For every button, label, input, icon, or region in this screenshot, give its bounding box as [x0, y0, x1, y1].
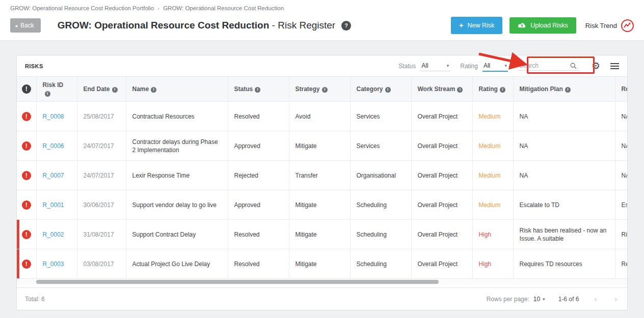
column-header-mitigation-plan[interactable]: Mitigation Plani [513, 77, 615, 102]
end-date-cell: 25/08/2017 [77, 102, 126, 131]
risk-id-link[interactable]: R_0002 [43, 231, 64, 238]
strategy-cell: Avoid [289, 102, 350, 131]
column-header-alert: ! [17, 77, 36, 102]
column-header-end-date[interactable]: End Datei [77, 77, 126, 102]
horizontal-scrollbar [17, 279, 627, 285]
table-header-row: ! Risk IDi End Datei Namei Statusi Strat… [17, 77, 627, 102]
search-input[interactable] [519, 62, 570, 69]
column-header-response[interactable]: Res [615, 77, 627, 102]
alert-icon: ! [22, 259, 31, 269]
menu-icon[interactable] [610, 62, 619, 71]
new-risk-button[interactable]: + New Risk [451, 17, 502, 34]
name-cell: Lexir Response Time [126, 161, 228, 190]
chevron-down-icon: ▾ [543, 297, 545, 302]
alert-icon: ! [22, 230, 31, 239]
total-count: Total: 6 [25, 296, 45, 303]
work-stream-cell: Overall Project [411, 161, 472, 190]
strategy-cell: Mitigate [289, 249, 350, 279]
status-cell: Approved [228, 190, 289, 220]
panel-title: RISKS [25, 63, 43, 69]
risk-id-link[interactable]: R_0007 [43, 172, 64, 179]
table-row[interactable]: ! R_0001 30/06/2017 Support vendor delay… [17, 190, 627, 220]
mitigation-cell: NA [513, 161, 615, 190]
info-icon[interactable]: i [565, 87, 571, 93]
breadcrumb-separator: › [157, 5, 159, 11]
end-date-cell: 03/08/2017 [77, 249, 126, 279]
rows-per-page-select[interactable]: 10 ▾ [533, 296, 545, 303]
gear-icon[interactable]: ⚙ [592, 61, 600, 71]
risk-id-link[interactable]: R_0006 [43, 142, 64, 150]
column-header-work-stream[interactable]: Work Streami [411, 77, 472, 102]
response-cell: Risk Issu [615, 220, 627, 249]
alert-icon: ! [22, 84, 31, 94]
category-cell: Services [350, 102, 411, 131]
category-cell: Scheduling [350, 249, 411, 279]
response-cell: Req [615, 249, 627, 279]
table-row[interactable]: ! R_0003 03/08/2017 Actual Project Go Li… [17, 249, 627, 279]
back-button[interactable]: ◂ Back [10, 18, 41, 33]
rating-filter-select[interactable]: All ▾ [482, 61, 508, 72]
mitigation-cell: Requires TD resources [513, 249, 615, 279]
status-cell: Resolved [228, 220, 289, 249]
name-cell: Contractor delays during Phase 2 Impleme… [126, 131, 228, 161]
rating-badge: Medium [479, 201, 501, 209]
risk-id-link[interactable]: R_0008 [43, 113, 64, 120]
alert-icon: ! [22, 171, 31, 180]
risk-id-link[interactable]: R_0001 [43, 201, 64, 209]
mitigation-cell: Risk has been realised - now an Issue. A… [513, 220, 615, 249]
column-header-status[interactable]: Statusi [228, 77, 289, 102]
help-icon[interactable]: ? [341, 21, 351, 31]
risk-trend-toggle[interactable]: Risk Trend [585, 19, 634, 32]
column-header-category[interactable]: Categoryi [350, 77, 411, 102]
info-icon[interactable]: i [151, 87, 156, 93]
info-icon[interactable]: i [112, 87, 118, 93]
table-row[interactable]: ! R_0002 31/08/2017 Support Contract Del… [17, 220, 627, 249]
response-cell: NA [615, 102, 627, 131]
column-header-rating[interactable]: Ratingi [472, 77, 513, 102]
status-cell: Resolved [228, 102, 289, 131]
search-icon [570, 63, 577, 69]
info-icon[interactable]: i [322, 87, 328, 93]
next-page-button[interactable]: › [612, 295, 619, 304]
rows-per-page-label: Rows per page: [487, 296, 529, 303]
rating-filter: Rating All ▾ [460, 61, 508, 72]
table-row[interactable]: ! R_0008 25/08/2017 Contractual Resource… [17, 102, 627, 131]
risk-id-link[interactable]: R_0003 [43, 261, 64, 268]
table-row[interactable]: ! R_0006 24/07/2017 Contractor delays du… [17, 131, 627, 161]
mitigation-cell: NA [513, 102, 615, 131]
column-header-risk-id[interactable]: Risk IDi [36, 77, 77, 102]
mitigation-cell: NA [513, 131, 615, 161]
strategy-cell: Mitigate [289, 190, 350, 220]
status-filter-select[interactable]: All ▾ [420, 61, 450, 71]
info-icon[interactable]: i [385, 87, 391, 93]
risks-table: ! Risk IDi End Datei Namei Statusi Strat… [17, 77, 627, 279]
info-icon[interactable]: i [45, 91, 50, 97]
table-row[interactable]: ! R_0007 24/07/2017 Lexir Response Time … [17, 161, 627, 190]
rating-badge: High [479, 261, 492, 268]
name-cell: Support Contract Delay [126, 220, 228, 249]
previous-page-button[interactable]: ‹ [592, 295, 599, 304]
info-icon[interactable]: i [500, 87, 505, 93]
mitigation-cell: Escalate to TD [513, 190, 615, 220]
breadcrumb-portfolio-link[interactable]: GROW: Operational Resource Cost Reductio… [10, 5, 154, 11]
rating-badge: Medium [479, 172, 501, 179]
risk-trend-label: Risk Trend [585, 22, 617, 30]
page-title: GROW: Operational Resource Cost Reductio… [58, 20, 335, 31]
plus-icon: + [459, 21, 463, 30]
column-header-strategy[interactable]: Strategyi [289, 77, 350, 102]
strategy-cell: Mitigate [289, 131, 350, 161]
pagination-range: 1-6 of 6 [558, 296, 579, 303]
upload-risks-button[interactable]: Upload Risks [509, 17, 576, 34]
scrollbar-thumb[interactable] [36, 280, 439, 284]
column-header-name[interactable]: Namei [126, 77, 228, 102]
rating-badge: Medium [479, 142, 501, 150]
status-cell: Resolved [228, 249, 289, 279]
breadcrumb-project-link[interactable]: GROW: Operational Resource Cost Reductio… [163, 5, 284, 11]
work-stream-cell: Overall Project [411, 190, 472, 220]
rows-per-page: Rows per page: 10 ▾ [487, 296, 545, 303]
work-stream-cell: Overall Project [411, 220, 472, 249]
category-cell: Scheduling [350, 220, 411, 249]
info-icon[interactable]: i [255, 87, 260, 93]
info-icon[interactable]: i [457, 87, 463, 93]
name-cell: Support vendor delay to go live [126, 190, 228, 220]
